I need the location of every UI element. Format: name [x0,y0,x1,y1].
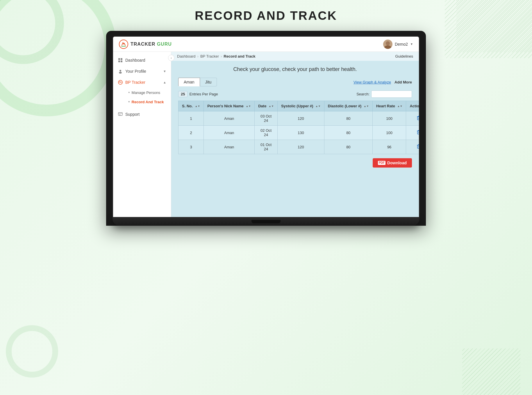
cell-action [406,140,419,154]
guidelines-button[interactable]: Guidelines [395,54,413,58]
pdf-icon: PDF [378,161,385,165]
logo-tracker: TRACKER [131,42,155,47]
cell-diastolic: 80 [324,111,372,126]
col-header-date: Date ▲▼ [255,101,278,111]
logo-text: TRACKER GURU [131,42,172,47]
content-inner: Check your glucose, check your path to b… [171,61,419,173]
cell-date: 03 Oct 24 [255,111,278,126]
logo-area: TRACKER GURU [119,40,172,49]
cell-heart-rate: 100 [372,126,406,140]
cell-nick-name: Aman [204,140,255,154]
chevron-down-icon: ▼ [410,42,413,46]
cell-systolic: 130 [277,126,324,140]
entries-label: Entries Per Page [189,92,218,96]
svg-rect-1 [121,46,126,47]
cell-date: 02 Oct 24 [255,126,278,140]
add-more-button[interactable]: Add More [394,80,412,84]
sidebar-sub-record-track-label: Record And Track [132,100,164,104]
svg-rect-5 [121,58,122,60]
sidebar-item-label-support: Support [125,112,140,117]
col-header-diastolic: Diastolic (Lower #) ▲▼ [324,101,372,111]
cell-heart-rate: 100 [372,111,406,126]
sort-arrows-date[interactable]: ▲▼ [269,105,274,108]
user-area[interactable]: Demo2 ▼ [383,40,413,49]
sidebar-item-bp-tracker[interactable]: BP Tracker ▲ [113,77,171,88]
laptop-notch [251,220,281,223]
delete-button[interactable] [417,129,419,136]
cell-date: 01 Oct 24 [255,140,278,154]
sidebar-collapse-button[interactable]: ‹ [168,55,174,61]
laptop-frame: TRACKER GURU Demo2 ▼ [106,31,426,226]
tab-aman[interactable]: Aman [178,78,200,86]
tab-jitu[interactable]: Jitu [200,78,217,86]
cell-action [406,126,419,140]
breadcrumb: Dashboard › BP Tracker › Record and Trac… [177,54,255,58]
download-button[interactable]: PDF Download [373,158,412,168]
logo-icon [119,40,128,49]
delete-button[interactable] [417,144,419,150]
sidebar-sub-record-track[interactable]: Record And Track [124,97,171,106]
sort-arrows-systolic[interactable]: ▲▼ [315,105,321,108]
search-area: Search: [356,90,412,98]
cell-action [406,111,419,126]
svg-rect-7 [121,61,122,62]
delete-button[interactable] [417,115,419,122]
breadcrumb-dashboard[interactable]: Dashboard [177,54,196,58]
sidebar-sub-manage-persons[interactable]: Manage Persons [124,88,171,97]
dashboard-icon [118,58,123,63]
download-row: PDF Download [178,158,412,168]
entries-num[interactable]: 25 [178,91,188,97]
tabs-actions: View Graph & Analyze Add More [354,80,412,84]
breadcrumb-sep-1: › [197,54,199,58]
col-header-systolic: Systolic (Upper #) ▲▼ [277,101,324,111]
col-header-action: Action ▲▼ [406,101,419,111]
breadcrumb-bp-tracker[interactable]: BP Tracker [200,54,219,58]
svg-point-8 [119,70,121,72]
breadcrumb-sep-2: › [221,54,222,58]
data-table: S. No. ▲▼ Person's Nick Name ▲▼ Date [178,101,419,154]
sidebar-item-label-dashboard: Dashboard [125,58,145,63]
col-header-sno: S. No. ▲▼ [178,101,204,111]
main-layout: ‹ Dashboard [113,52,419,217]
cell-sno: 2 [178,126,204,140]
table-row: 1 Aman 03 Oct 24 120 80 100 [178,111,419,126]
sidebar-item-dashboard[interactable]: Dashboard [113,55,171,66]
svg-point-9 [119,72,122,74]
cell-nick-name: Aman [204,111,255,126]
sort-arrows-heart[interactable]: ▲▼ [397,105,403,108]
entries-control: 25 Entries Per Page [178,91,218,97]
sidebar-item-support[interactable]: Support [113,109,171,120]
search-input[interactable] [371,90,412,98]
sidebar: ‹ Dashboard [113,52,171,217]
support-icon [118,112,123,117]
user-name: Demo2 [395,42,408,47]
col-header-heart-rate: Heart Rate ▲▼ [372,101,406,111]
cell-systolic: 120 [277,111,324,126]
sort-arrows-nick[interactable]: ▲▼ [246,105,251,108]
content-area: Dashboard › BP Tracker › Record and Trac… [171,52,419,217]
laptop-base [113,218,419,226]
table-row: 2 Aman 02 Oct 24 130 80 100 [178,126,419,140]
page-subtitle: Check your glucose, check your path to b… [178,66,412,72]
sidebar-sub-menu: Manage Persons Record And Track [113,88,171,106]
download-label: Download [387,161,407,165]
cell-diastolic: 80 [324,140,372,154]
sidebar-item-profile[interactable]: Your Profile ▼ [113,66,171,77]
tabs-row: Aman Jitu View Graph & Analyze Add More [178,78,412,86]
avatar [383,40,392,49]
bp-tracker-icon [118,80,123,85]
cell-sno: 3 [178,140,204,154]
sidebar-sub-manage-persons-label: Manage Persons [132,90,160,95]
view-graph-button[interactable]: View Graph & Analyze [354,80,391,84]
sort-arrows-diastolic[interactable]: ▲▼ [364,105,369,108]
logo-guru: GURU [157,42,172,47]
sort-arrows-sno[interactable]: ▲▼ [195,105,200,108]
breadcrumb-bar: Dashboard › BP Tracker › Record and Trac… [171,52,419,61]
sidebar-item-label-profile: Your Profile [125,69,146,74]
svg-rect-6 [118,61,120,62]
col-header-nick-name: Person's Nick Name ▲▼ [204,101,255,111]
svg-point-3 [384,45,391,49]
breadcrumb-current: Record and Track [224,54,255,58]
app-wrapper: TRACKER GURU Demo2 ▼ [113,37,419,217]
sidebar-item-label-bp-tracker: BP Tracker [125,80,145,85]
